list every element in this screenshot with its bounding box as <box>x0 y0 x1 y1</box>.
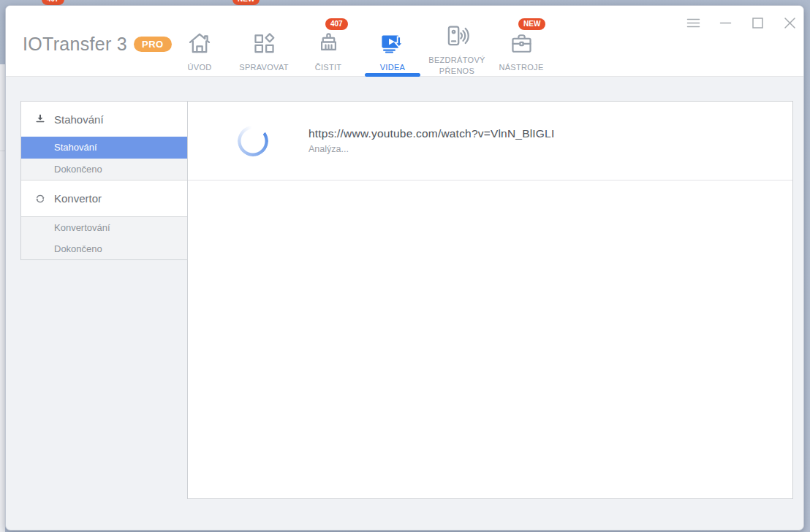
pro-badge: PRO <box>134 37 172 52</box>
sidebar-item-konvertovani[interactable]: Konvertování <box>21 217 187 238</box>
main-nav: ÚVOD SPRAVOVAT 407 <box>167 20 553 77</box>
tab-uvod[interactable]: ÚVOD <box>167 20 232 77</box>
tab-label: SPRAVOVAT <box>239 62 289 73</box>
loading-spinner <box>238 126 268 156</box>
tab-bezdratovy-prenos[interactable]: BEZDRÁTOVÝ PŘENOS <box>425 20 489 77</box>
download-icon <box>34 113 47 126</box>
background-new-badge: NEW <box>232 0 260 5</box>
task-info: https://www.youtube.com/watch?v=VlnN_BlI… <box>309 127 554 154</box>
section-label: Stahování <box>54 113 104 126</box>
background-window-edge <box>0 64 5 532</box>
background-notification-badge: 407 <box>42 0 64 5</box>
task-status: Analýza... <box>309 144 554 154</box>
tab-label: ČISTIT <box>315 62 342 73</box>
tab-spravovat[interactable]: SPRAVOVAT <box>232 20 296 77</box>
wireless-transfer-icon <box>443 20 471 50</box>
tab-label: NÁSTROJE <box>499 62 543 73</box>
sidebar-section-konvertor[interactable]: Konvertor <box>21 180 187 217</box>
app-window: IOTransfer 3 PRO ÚVOD <box>5 5 804 531</box>
tab-nastroje[interactable]: NEW NÁSTROJE <box>489 20 553 77</box>
tab-label: VIDEA <box>380 62 406 73</box>
app-header: IOTransfer 3 PRO ÚVOD <box>6 6 803 77</box>
sidebar: Stahování Stahování Dokončeno Konvertor … <box>20 101 188 260</box>
home-icon <box>186 20 213 57</box>
task-list-panel: https://www.youtube.com/watch?v=VlnN_BlI… <box>187 101 793 499</box>
download-task-row[interactable]: https://www.youtube.com/watch?v=VlnN_BlI… <box>188 102 792 180</box>
close-icon[interactable] <box>783 16 797 30</box>
manage-grid-icon <box>251 20 278 57</box>
tab-cistit[interactable]: 407 ČISTIT <box>296 20 360 77</box>
sidebar-item-dokonceno[interactable]: Dokončeno <box>21 159 187 180</box>
app-logo: IOTransfer 3 PRO <box>23 34 172 55</box>
titlebar-controls <box>686 16 797 30</box>
minimize-icon[interactable] <box>719 16 733 30</box>
tab-videa[interactable]: VIDEA <box>360 20 425 77</box>
tab-label: BEZDRÁTOVÝ PŘENOS <box>425 55 488 77</box>
convert-sync-icon <box>34 192 47 205</box>
cistit-count-badge: 407 <box>325 18 348 30</box>
maximize-icon[interactable] <box>751 16 765 30</box>
sidebar-item-dokonceno-konvertor[interactable]: Dokončeno <box>21 238 187 259</box>
videos-icon <box>379 20 406 57</box>
menu-icon[interactable] <box>686 16 700 30</box>
section-label: Konvertor <box>54 192 102 205</box>
tab-label: ÚVOD <box>188 62 212 73</box>
active-tab-underline <box>365 73 420 77</box>
nastroje-new-badge: NEW <box>518 18 545 30</box>
sidebar-section-stahovani[interactable]: Stahování <box>21 102 187 137</box>
sidebar-item-stahovani[interactable]: Stahování <box>21 137 187 159</box>
app-title: IOTransfer 3 <box>23 34 127 55</box>
task-url: https://www.youtube.com/watch?v=VlnN_BlI… <box>309 127 554 140</box>
